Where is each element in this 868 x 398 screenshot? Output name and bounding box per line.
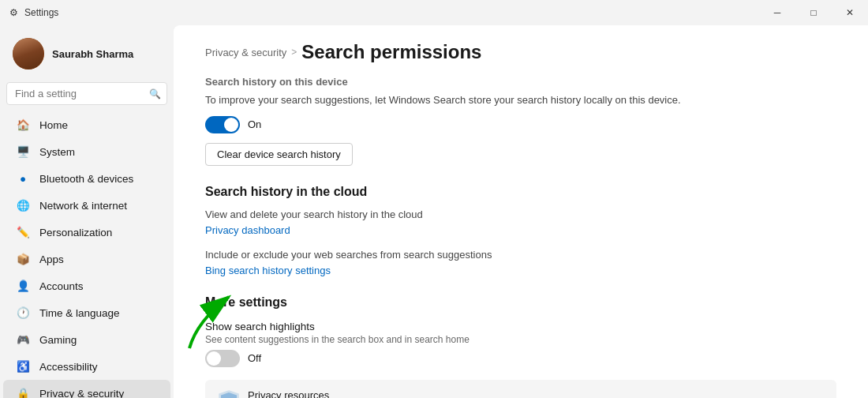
search-history-desc: To improve your search suggestions, let …: [205, 92, 836, 108]
sidebar-item-label: Accessibility: [39, 361, 98, 373]
titlebar-title: Settings: [24, 7, 58, 18]
sidebar-item-label: Privacy & security: [39, 388, 124, 399]
main-area: Privacy & security > Search permissions …: [174, 25, 868, 398]
accessibility-icon: ♿: [16, 359, 30, 374]
show-highlights-title: Show search highlights: [205, 321, 836, 332]
close-button[interactable]: ✕: [832, 0, 868, 25]
search-history-toggle-row: On: [205, 116, 836, 133]
sidebar-item-bluetooth[interactable]: ● Bluetooth & devices: [3, 165, 170, 192]
breadcrumb-parent[interactable]: Privacy & security: [205, 47, 286, 58]
personalization-icon: ✏️: [16, 225, 30, 239]
sidebar-item-network[interactable]: 🌐 Network & internet: [3, 192, 170, 219]
clear-history-button[interactable]: Clear device search history: [205, 143, 353, 166]
show-highlights-toggle-row: Off: [205, 350, 836, 367]
search-box: 🔍: [6, 82, 167, 105]
show-highlights-desc: See content suggestions in the search bo…: [205, 334, 836, 345]
privacy-banner-title: Privacy resources: [248, 389, 590, 399]
cloud-include-exclude-text: Include or exclude your web searches fro…: [205, 249, 836, 261]
accounts-icon: 👤: [16, 279, 30, 293]
content: Privacy & security > Search permissions …: [174, 25, 868, 398]
settings-icon: ⚙: [9, 7, 18, 18]
sidebar-item-apps[interactable]: 📦 Apps: [3, 246, 170, 272]
titlebar: ⚙ Settings ─ □ ✕: [0, 0, 868, 25]
time-icon: 🕐: [16, 306, 30, 320]
sidebar-item-accessibility[interactable]: ♿ Accessibility: [3, 353, 170, 380]
sidebar-item-label: Gaming: [39, 334, 77, 346]
toggle-thumb-2: [207, 351, 221, 366]
show-highlights-toggle[interactable]: [205, 350, 240, 367]
nav-list: 🏠 Home 🖥️ System ● Bluetooth & devices 🌐…: [0, 111, 174, 398]
show-highlights-setting: Show search highlights See content sugge…: [205, 321, 836, 367]
cloud-section-title: Search history in the cloud: [205, 185, 836, 199]
avatar-image: [13, 38, 44, 69]
more-settings-title: More settings: [205, 295, 836, 310]
bluetooth-icon: ●: [16, 171, 30, 186]
sidebar-item-label: Home: [39, 119, 68, 131]
app-body: Saurabh Sharma 🔍 🏠 Home 🖥️ System ● Blue…: [0, 25, 868, 398]
search-history-toggle[interactable]: [205, 116, 240, 133]
sidebar-item-personalization[interactable]: ✏️ Personalization: [3, 219, 170, 246]
show-highlights-toggle-label: Off: [248, 352, 261, 364]
titlebar-left: ⚙ Settings: [9, 7, 58, 18]
sidebar-item-label: Apps: [39, 253, 64, 265]
sidebar-item-time[interactable]: 🕐 Time & language: [3, 299, 170, 326]
avatar: [13, 38, 44, 69]
search-input[interactable]: [6, 82, 167, 105]
cloud-include-exclude: Include or exclude your web searches fro…: [205, 249, 836, 276]
privacy-nav-icon: 🔒: [16, 386, 30, 398]
sidebar-item-label: System: [39, 146, 75, 158]
apps-icon: 📦: [16, 252, 30, 266]
sidebar-item-label: Network & internet: [39, 200, 127, 212]
breadcrumb: Privacy & security > Search permissions: [205, 41, 836, 63]
titlebar-controls: ─ □ ✕: [759, 0, 868, 25]
sidebar-item-system[interactable]: 🖥️ System: [3, 138, 170, 165]
sidebar-item-accounts[interactable]: 👤 Accounts: [3, 272, 170, 299]
privacy-banner: Privacy resources About these settings a…: [205, 380, 836, 399]
sidebar-item-gaming[interactable]: 🎮 Gaming: [3, 326, 170, 353]
privacy-dashboard-link[interactable]: Privacy dashboard: [205, 224, 290, 236]
sidebar-item-privacy[interactable]: 🔒 Privacy & security: [3, 380, 170, 398]
network-icon: 🌐: [16, 198, 30, 212]
search-history-toggle-label: On: [248, 118, 261, 130]
bing-link[interactable]: Bing search history settings: [205, 265, 331, 276]
user-profile: Saurabh Sharma: [0, 32, 174, 82]
cloud-view-delete: View and delete your search history in t…: [205, 208, 836, 236]
sidebar-item-label: Personalization: [39, 227, 112, 238]
sidebar-item-label: Accounts: [39, 280, 84, 292]
breadcrumb-separator: >: [291, 47, 297, 58]
page-title: Search permissions: [301, 41, 481, 63]
gaming-icon: 🎮: [16, 332, 30, 347]
minimize-button[interactable]: ─: [759, 0, 795, 25]
sidebar: Saurabh Sharma 🔍 🏠 Home 🖥️ System ● Blue…: [0, 25, 174, 398]
system-icon: 🖥️: [16, 145, 30, 159]
sidebar-item-home[interactable]: 🏠 Home: [3, 111, 170, 138]
user-name: Saurabh Sharma: [52, 48, 133, 60]
sidebar-item-label: Time & language: [39, 307, 120, 319]
privacy-content: Privacy resources About these settings a…: [248, 389, 590, 399]
home-icon: 🏠: [16, 118, 30, 132]
privacy-shield-icon: [218, 389, 240, 399]
toggle-thumb: [224, 118, 238, 132]
cloud-section: Search history in the cloud View and del…: [205, 185, 836, 276]
sidebar-item-label: Bluetooth & devices: [39, 173, 133, 185]
search-history-title: Search history on this device: [205, 76, 836, 88]
cloud-view-delete-text: View and delete your search history in t…: [205, 208, 836, 220]
maximize-button[interactable]: □: [795, 0, 832, 25]
search-history-section: Search history on this device To improve…: [205, 76, 836, 166]
more-settings-section: More settings Show search highlights See…: [205, 295, 836, 367]
search-icon: 🔍: [149, 88, 161, 100]
